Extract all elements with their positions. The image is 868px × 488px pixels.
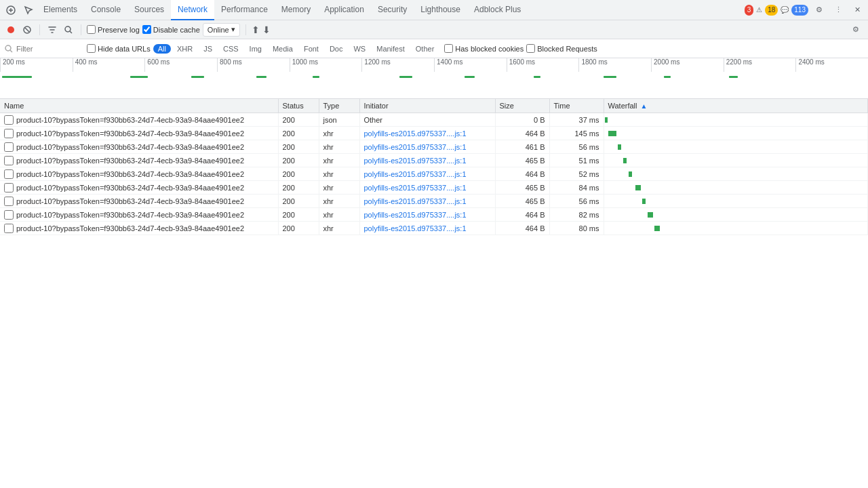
initiator-link[interactable]: polyfills-es2015.d975337....js:1 xyxy=(364,197,467,205)
filter-chip-all[interactable]: All xyxy=(153,44,171,54)
table-row[interactable]: product-10?bypassToken=f930bb63-24d7-4ec… xyxy=(0,154,868,167)
filter-chip-img[interactable]: Img xyxy=(245,44,267,54)
col-header-waterfall[interactable]: Waterfall ▲ xyxy=(604,99,868,113)
network-settings-icon[interactable]: ⚙ xyxy=(848,22,864,38)
row-checkbox[interactable] xyxy=(4,169,14,179)
table-row[interactable]: product-10?bypassToken=f930bb63-24d7-4ec… xyxy=(0,113,868,127)
initiator-link[interactable]: polyfills-es2015.d975337....js:1 xyxy=(364,170,467,178)
filter-chip-js[interactable]: JS xyxy=(199,44,217,54)
row-checkbox[interactable] xyxy=(4,115,14,125)
request-name[interactable]: product-10?bypassToken=f930bb63-24d7-4ec… xyxy=(16,224,244,232)
filter-chip-media[interactable]: Media xyxy=(268,44,298,54)
disable-cache-label[interactable]: Disable cache xyxy=(142,25,200,34)
blocked-requests-checkbox[interactable] xyxy=(526,44,535,53)
disable-cache-checkbox[interactable] xyxy=(142,25,151,34)
tab-console[interactable]: Console xyxy=(84,0,127,20)
col-header-type[interactable]: Type xyxy=(319,99,359,113)
table-row[interactable]: product-10?bypassToken=f930bb63-24d7-4ec… xyxy=(0,140,868,154)
col-header-status[interactable]: Status xyxy=(278,99,319,113)
has-blocked-cookies-label[interactable]: Has blocked cookies xyxy=(444,44,524,53)
table-row[interactable]: product-10?bypassToken=f930bb63-24d7-4ec… xyxy=(0,167,868,181)
row-checkbox[interactable] xyxy=(4,129,14,138)
table-row[interactable]: product-10?bypassToken=f930bb63-24d7-4ec… xyxy=(0,127,868,140)
row-checkbox[interactable] xyxy=(4,183,14,192)
filter-chip-css[interactable]: CSS xyxy=(218,44,243,54)
cell-waterfall xyxy=(604,154,868,167)
table-row[interactable]: product-10?bypassToken=f930bb63-24d7-4ec… xyxy=(0,208,868,222)
request-name[interactable]: product-10?bypassToken=f930bb63-24d7-4ec… xyxy=(16,157,244,165)
request-name[interactable]: product-10?bypassToken=f930bb63-24d7-4ec… xyxy=(16,143,244,151)
has-blocked-cookies-checkbox[interactable] xyxy=(444,44,453,53)
upload-icon[interactable]: ⬆ xyxy=(252,24,260,35)
cell-initiator[interactable]: polyfills-es2015.d975337....js:1 xyxy=(359,195,495,208)
row-checkbox[interactable] xyxy=(4,156,14,165)
initiator-link[interactable]: polyfills-es2015.d975337....js:1 xyxy=(364,129,467,138)
hide-data-urls-label[interactable]: Hide data URLs xyxy=(87,44,151,53)
row-checkbox[interactable] xyxy=(4,210,14,220)
filter-icon-btn[interactable] xyxy=(45,23,59,37)
search-icon-btn[interactable] xyxy=(62,23,75,37)
tab-security[interactable]: Security xyxy=(371,0,414,20)
request-name[interactable]: product-10?bypassToken=f930bb63-24d7-4ec… xyxy=(16,211,244,219)
tab-application[interactable]: Application xyxy=(317,0,371,20)
filter-chip-ws[interactable]: WS xyxy=(349,44,370,54)
tab-adblock-plus[interactable]: Adblock Plus xyxy=(467,0,528,20)
col-header-name[interactable]: Name xyxy=(0,99,278,113)
cell-waterfall xyxy=(604,167,868,181)
row-checkbox[interactable] xyxy=(4,142,14,152)
cell-initiator[interactable]: polyfills-es2015.d975337....js:1 xyxy=(359,222,495,235)
cell-type: json xyxy=(319,113,359,127)
table-row[interactable]: product-10?bypassToken=f930bb63-24d7-4ec… xyxy=(0,222,868,235)
col-header-initiator[interactable]: Initiator xyxy=(359,99,495,113)
request-name[interactable]: product-10?bypassToken=f930bb63-24d7-4ec… xyxy=(16,129,244,138)
cell-initiator[interactable]: polyfills-es2015.d975337....js:1 xyxy=(359,208,495,222)
tab-elements[interactable]: Elements xyxy=(37,0,84,20)
table-row[interactable]: product-10?bypassToken=f930bb63-24d7-4ec… xyxy=(0,181,868,195)
tab-sources[interactable]: Sources xyxy=(127,0,171,20)
cell-initiator[interactable]: polyfills-es2015.d975337....js:1 xyxy=(359,181,495,195)
tab-performance[interactable]: Performance xyxy=(214,0,275,20)
request-name[interactable]: product-10?bypassToken=f930bb63-24d7-4ec… xyxy=(16,170,244,178)
download-icon[interactable]: ⬇ xyxy=(262,24,271,35)
filter-input[interactable] xyxy=(16,45,84,53)
row-checkbox[interactable] xyxy=(4,224,14,233)
initiator-link[interactable]: polyfills-es2015.d975337....js:1 xyxy=(364,184,467,192)
svg-line-3 xyxy=(25,28,29,32)
inspect-icon[interactable] xyxy=(20,2,37,18)
table-row[interactable]: product-10?bypassToken=f930bb63-24d7-4ec… xyxy=(0,195,868,208)
close-icon[interactable]: ✕ xyxy=(849,2,865,18)
record-button[interactable] xyxy=(4,23,18,37)
cell-initiator[interactable]: polyfills-es2015.d975337....js:1 xyxy=(359,154,495,167)
hide-data-urls-checkbox[interactable] xyxy=(87,44,96,53)
cell-initiator[interactable]: polyfills-es2015.d975337....js:1 xyxy=(359,167,495,181)
filter-chip-manifest[interactable]: Manifest xyxy=(372,44,410,54)
col-header-size[interactable]: Size xyxy=(495,99,549,113)
settings-icon[interactable]: ⚙ xyxy=(811,2,827,18)
initiator-link[interactable]: polyfills-es2015.d975337....js:1 xyxy=(364,157,467,165)
throttle-select[interactable]: Online ▾ xyxy=(203,23,240,37)
col-header-time[interactable]: Time xyxy=(549,99,604,113)
initiator-link[interactable]: polyfills-es2015.d975337....js:1 xyxy=(364,224,467,232)
blocked-requests-label[interactable]: Blocked Requests xyxy=(526,44,597,53)
devtools-icon[interactable] xyxy=(3,2,19,18)
row-checkbox[interactable] xyxy=(4,197,14,206)
initiator-link[interactable]: polyfills-es2015.d975337....js:1 xyxy=(364,211,467,219)
clear-button[interactable] xyxy=(20,23,34,37)
request-name[interactable]: product-10?bypassToken=f930bb63-24d7-4ec… xyxy=(16,116,244,124)
preserve-log-label[interactable]: Preserve log xyxy=(87,25,140,34)
vertical-dots-icon[interactable]: ⋮ xyxy=(830,2,846,18)
tab-memory[interactable]: Memory xyxy=(275,0,317,20)
initiator-link[interactable]: polyfills-es2015.d975337....js:1 xyxy=(364,143,467,151)
preserve-log-checkbox[interactable] xyxy=(87,25,96,34)
tab-lighthouse[interactable]: Lighthouse xyxy=(414,0,467,20)
cell-initiator[interactable]: polyfills-es2015.d975337....js:1 xyxy=(359,127,495,140)
filter-chip-doc[interactable]: Doc xyxy=(325,44,348,54)
cell-initiator[interactable]: polyfills-es2015.d975337....js:1 xyxy=(359,140,495,154)
tab-network[interactable]: Network xyxy=(171,0,214,20)
filter-chip-font[interactable]: Font xyxy=(299,44,323,54)
request-name[interactable]: product-10?bypassToken=f930bb63-24d7-4ec… xyxy=(16,197,244,205)
network-table-container[interactable]: NameStatusTypeInitiatorSizeTimeWaterfall… xyxy=(0,99,868,488)
filter-chip-xhr[interactable]: XHR xyxy=(172,44,197,54)
filter-chip-other[interactable]: Other xyxy=(411,44,439,54)
request-name[interactable]: product-10?bypassToken=f930bb63-24d7-4ec… xyxy=(16,184,244,192)
